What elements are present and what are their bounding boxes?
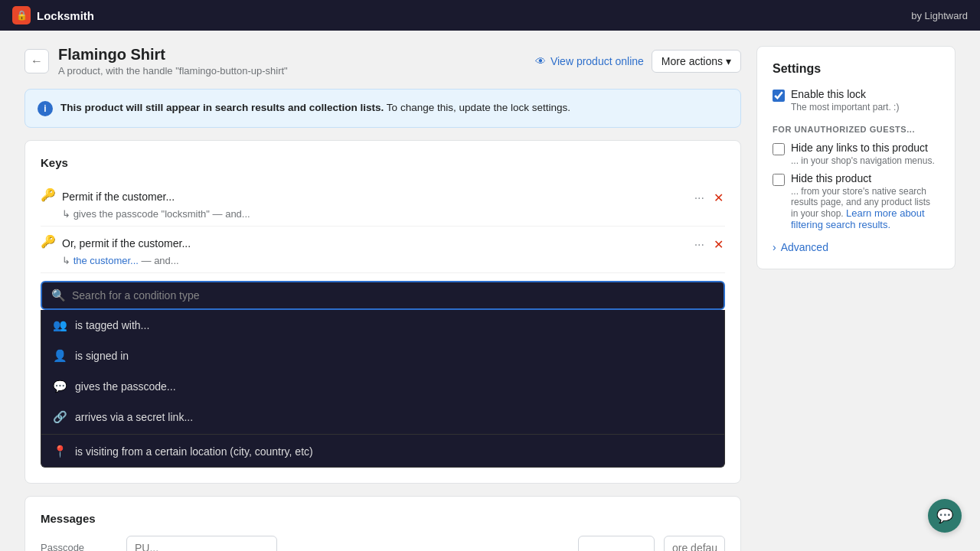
key-item: 🔑 Permit if the customer... ··· ✕ ↳ give… xyxy=(41,180,725,227)
dropdown-item[interactable]: 📍 is visiting from a certain location (c… xyxy=(41,436,724,467)
guests-section-label: FOR UNAUTHORIZED GUESTS... xyxy=(773,125,939,134)
eye-icon: 👁 xyxy=(535,55,546,67)
hide-links-row: Hide any links to this product ... in yo… xyxy=(773,142,939,166)
user-icon: 👤 xyxy=(52,348,67,364)
enable-lock-label: Enable this lock xyxy=(791,88,899,100)
by-label: by Lightward xyxy=(911,10,968,21)
left-panel: ← Flamingo Shirt A product, with the han… xyxy=(24,46,741,551)
keys-title: Keys xyxy=(41,156,725,169)
dropdown-item[interactable]: 💬 gives the passcode... xyxy=(41,371,724,402)
chevron-right-icon: › xyxy=(773,241,776,253)
link-icon: 🔗 xyxy=(52,409,67,425)
location-icon: 📍 xyxy=(52,444,67,459)
passcode-icon: 💬 xyxy=(52,379,67,394)
key-item: 🔑 Or, permit if the customer... ··· ✕ ↳ … xyxy=(41,227,725,273)
page-header: ← Flamingo Shirt A product, with the han… xyxy=(24,46,741,77)
keys-card: Keys 🔑 Permit if the customer... ··· ✕ ↳… xyxy=(24,140,741,484)
brand-name: Locksmith xyxy=(37,9,94,22)
enable-lock-sub: The most important part. :) xyxy=(791,102,899,112)
hide-product-checkbox[interactable] xyxy=(773,174,785,186)
passcode-label: Passcode xyxy=(41,536,117,551)
enable-lock-checkbox[interactable] xyxy=(773,90,785,102)
hide-links-checkbox[interactable] xyxy=(773,143,785,155)
brand: 🔒 Locksmith xyxy=(12,6,94,24)
key-row-header: Or, permit if the customer... ··· ✕ xyxy=(62,233,725,253)
dropdown-item[interactable]: 🔗 arrives via a secret link... xyxy=(41,402,724,432)
hide-product-label: Hide this product xyxy=(791,172,939,184)
passcode-row: Passcode ore default xyxy=(41,536,725,551)
key-delete-button[interactable]: ✕ xyxy=(712,189,725,207)
dropdown-item-label: is signed in xyxy=(75,350,129,362)
key-icon: 🔑 xyxy=(41,187,56,202)
dropdown-item-label: arrives via a secret link... xyxy=(75,411,193,423)
show-input[interactable] xyxy=(578,536,655,551)
passcode-input[interactable] xyxy=(126,536,277,551)
right-panel: Settings Enable this lock The most impor… xyxy=(756,46,956,551)
key-menu-button[interactable]: ··· xyxy=(693,190,706,207)
dropdown-item[interactable]: 👤 is signed in xyxy=(41,341,724,371)
page-subtitle: A product, with the handle "flamingo-but… xyxy=(58,65,288,77)
dropdown-item-label: is visiting from a certain location (cit… xyxy=(75,445,313,458)
back-button[interactable]: ← xyxy=(24,49,49,73)
default-input[interactable] xyxy=(664,536,725,551)
info-banner: i This product will still appear in sear… xyxy=(24,89,741,128)
chat-icon: 💬 xyxy=(936,507,953,524)
dropdown-item-label: gives the passcode... xyxy=(75,380,176,393)
search-input-wrapper: 🔍 xyxy=(41,281,725,310)
key-actions: ··· ✕ xyxy=(693,189,725,207)
condition-dropdown: 👥 is tagged with... 👤 is signed in 💬 giv… xyxy=(41,310,725,468)
top-nav: 🔒 Locksmith by Lightward xyxy=(0,0,980,31)
key-title: Permit if the customer... xyxy=(62,191,175,203)
key-sub: ↳ gives the passcode "locksmith" — and..… xyxy=(62,208,725,220)
search-icon: 🔍 xyxy=(51,289,66,302)
dropdown-divider xyxy=(41,434,724,435)
messages-title: Messages xyxy=(41,512,725,525)
page-header-actions: 👁 View product online More actions ▾ xyxy=(535,50,741,73)
key-content: Or, permit if the customer... ··· ✕ ↳ th… xyxy=(62,233,725,266)
page-title-block: Flamingo Shirt A product, with the handl… xyxy=(58,46,288,77)
advanced-toggle[interactable]: › Advanced xyxy=(773,241,828,253)
key-sub-link[interactable]: the customer... xyxy=(74,255,139,266)
banner-text: This product will still appear in search… xyxy=(60,100,570,116)
settings-card: Settings Enable this lock The most impor… xyxy=(756,46,956,269)
key-delete-button[interactable]: ✕ xyxy=(712,236,725,253)
page-header-left: ← Flamingo Shirt A product, with the han… xyxy=(24,46,288,77)
key-menu-button[interactable]: ··· xyxy=(693,236,706,253)
enable-lock-row: Enable this lock The most important part… xyxy=(773,88,939,112)
key-row-header: Permit if the customer... ··· ✕ xyxy=(62,186,725,207)
messages-card: Messages Passcode ore default xyxy=(24,496,741,551)
hide-links-label: Hide any links to this product xyxy=(791,142,935,154)
key-actions: ··· ✕ xyxy=(693,236,725,253)
chevron-down-icon: ▾ xyxy=(726,55,731,67)
brand-icon: 🔒 xyxy=(12,6,31,24)
info-icon: i xyxy=(38,101,53,116)
dropdown-item-label: is tagged with... xyxy=(75,319,149,331)
key-content: Permit if the customer... ··· ✕ ↳ gives … xyxy=(62,186,725,220)
hide-links-sub: ... in your shop's navigation menus. xyxy=(791,155,935,166)
chat-button[interactable]: 💬 xyxy=(928,499,962,533)
key-sub: ↳ the customer... — and... xyxy=(62,255,725,266)
search-input[interactable] xyxy=(72,289,714,302)
dropdown-item[interactable]: 👥 is tagged with... xyxy=(41,310,724,341)
key-title: Or, permit if the customer... xyxy=(62,237,191,249)
condition-search-container: 🔍 👥 is tagged with... 👤 is signed in 💬 g xyxy=(41,281,725,468)
tag-icon: 👥 xyxy=(52,318,67,333)
key-sub-text: ↳ xyxy=(62,208,74,220)
key-icon: 🔑 xyxy=(41,234,56,249)
hide-product-sub: ... from your store's native search resu… xyxy=(791,186,939,230)
page-title: Flamingo Shirt xyxy=(58,46,288,64)
settings-title: Settings xyxy=(773,62,939,76)
hide-product-row: Hide this product ... from your store's … xyxy=(773,172,939,230)
more-actions-button[interactable]: More actions ▾ xyxy=(652,50,741,73)
view-online-button[interactable]: 👁 View product online xyxy=(535,55,644,67)
main-content: ← Flamingo Shirt A product, with the han… xyxy=(0,31,980,551)
